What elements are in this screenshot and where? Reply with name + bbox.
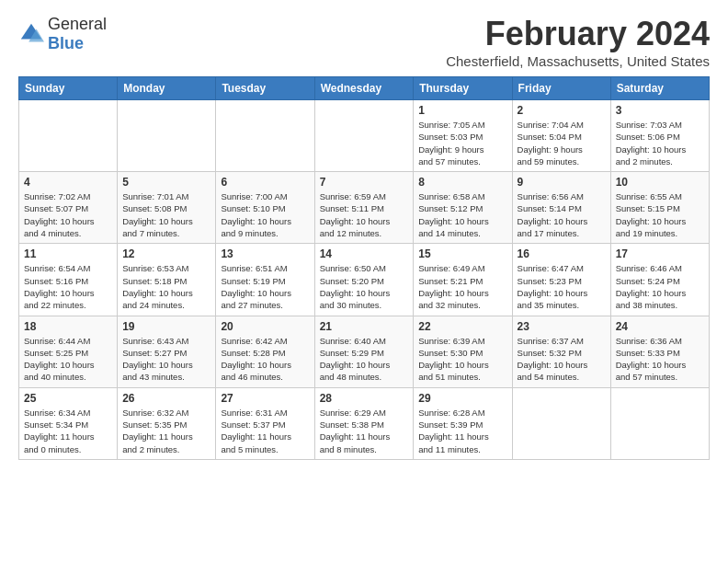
day-number: 7 [320,176,409,189]
calendar-cell: 3Sunrise: 7:03 AM Sunset: 5:06 PM Daylig… [610,100,709,172]
calendar-cell: 4Sunrise: 7:02 AM Sunset: 5:07 PM Daylig… [19,172,118,244]
calendar-cell: 25Sunrise: 6:34 AM Sunset: 5:34 PM Dayli… [19,387,118,459]
weekday-header-thursday: Thursday [414,77,512,100]
calendar-cell: 20Sunrise: 6:42 AM Sunset: 5:28 PM Dayli… [216,316,314,387]
calendar-table: SundayMondayTuesdayWednesdayThursdayFrid… [18,76,710,460]
day-number: 13 [221,247,309,260]
weekday-header-tuesday: Tuesday [216,77,314,100]
day-info: Sunrise: 6:29 AM Sunset: 5:38 PM Dayligh… [320,407,409,455]
day-info: Sunrise: 6:43 AM Sunset: 5:27 PM Dayligh… [122,335,210,384]
day-info: Sunrise: 6:51 AM Sunset: 5:19 PM Dayligh… [221,262,309,311]
day-info: Sunrise: 6:58 AM Sunset: 5:12 PM Dayligh… [418,190,506,239]
calendar-cell [216,100,314,172]
calendar-cell: 15Sunrise: 6:49 AM Sunset: 5:21 PM Dayli… [414,244,512,316]
day-number: 9 [518,176,606,189]
day-info: Sunrise: 7:02 AM Sunset: 5:07 PM Dayligh… [24,190,112,239]
day-info: Sunrise: 6:44 AM Sunset: 5:25 PM Dayligh… [24,335,112,384]
day-info: Sunrise: 6:32 AM Sunset: 5:35 PM Dayligh… [122,407,210,455]
day-info: Sunrise: 6:54 AM Sunset: 5:16 PM Dayligh… [24,262,112,311]
day-number: 20 [221,320,309,333]
calendar-cell: 6Sunrise: 7:00 AM Sunset: 5:10 PM Daylig… [216,172,314,244]
calendar-cell [314,100,414,172]
weekday-header-wednesday: Wednesday [314,77,414,100]
calendar-cell: 7Sunrise: 6:59 AM Sunset: 5:11 PM Daylig… [314,172,414,244]
calendar-cell: 14Sunrise: 6:50 AM Sunset: 5:20 PM Dayli… [314,244,414,316]
calendar-row-1: 1Sunrise: 7:05 AM Sunset: 5:03 PM Daylig… [19,100,710,172]
calendar-cell: 17Sunrise: 6:46 AM Sunset: 5:24 PM Dayli… [610,244,709,316]
calendar-cell: 26Sunrise: 6:32 AM Sunset: 5:35 PM Dayli… [118,387,216,459]
calendar-cell: 5Sunrise: 7:01 AM Sunset: 5:08 PM Daylig… [118,172,216,244]
weekday-header-saturday: Saturday [610,77,709,100]
day-info: Sunrise: 6:59 AM Sunset: 5:11 PM Dayligh… [320,190,409,239]
calendar-cell: 24Sunrise: 6:36 AM Sunset: 5:33 PM Dayli… [610,316,709,387]
weekday-header-row: SundayMondayTuesdayWednesdayThursdayFrid… [19,77,710,100]
day-info: Sunrise: 6:34 AM Sunset: 5:34 PM Dayligh… [24,407,112,455]
calendar-row-4: 18Sunrise: 6:44 AM Sunset: 5:25 PM Dayli… [19,316,710,387]
day-number: 17 [616,247,704,260]
day-number: 11 [24,247,112,260]
logo: General Blue [18,15,107,53]
calendar-cell: 27Sunrise: 6:31 AM Sunset: 5:37 PM Dayli… [216,387,314,459]
logo-general: General [48,15,107,33]
calendar-cell: 28Sunrise: 6:29 AM Sunset: 5:38 PM Dayli… [314,387,414,459]
day-info: Sunrise: 6:50 AM Sunset: 5:20 PM Dayligh… [320,262,409,311]
day-number: 27 [221,392,309,405]
day-info: Sunrise: 6:46 AM Sunset: 5:24 PM Dayligh… [616,262,704,311]
calendar-cell: 10Sunrise: 6:55 AM Sunset: 5:15 PM Dayli… [610,172,709,244]
calendar-row-2: 4Sunrise: 7:02 AM Sunset: 5:07 PM Daylig… [19,172,710,244]
day-number: 12 [122,247,210,260]
day-info: Sunrise: 6:49 AM Sunset: 5:21 PM Dayligh… [418,262,506,311]
weekday-header-friday: Friday [512,77,610,100]
calendar-cell: 22Sunrise: 6:39 AM Sunset: 5:30 PM Dayli… [414,316,512,387]
day-number: 29 [418,392,506,405]
weekday-header-sunday: Sunday [19,77,118,100]
day-info: Sunrise: 6:56 AM Sunset: 5:14 PM Dayligh… [518,190,606,239]
day-number: 26 [122,392,210,405]
day-number: 28 [320,392,409,405]
day-info: Sunrise: 7:05 AM Sunset: 5:03 PM Dayligh… [418,119,506,167]
calendar-cell: 9Sunrise: 6:56 AM Sunset: 5:14 PM Daylig… [512,172,610,244]
calendar-cell: 23Sunrise: 6:37 AM Sunset: 5:32 PM Dayli… [512,316,610,387]
logo-icon [18,21,44,47]
day-info: Sunrise: 7:04 AM Sunset: 5:04 PM Dayligh… [518,119,606,167]
calendar-row-5: 25Sunrise: 6:34 AM Sunset: 5:34 PM Dayli… [19,387,710,459]
day-info: Sunrise: 6:42 AM Sunset: 5:28 PM Dayligh… [221,335,309,384]
day-info: Sunrise: 6:40 AM Sunset: 5:29 PM Dayligh… [320,335,409,384]
month-year-title: February 2024 [446,15,710,53]
title-block: February 2024 Chesterfield, Massachusett… [446,15,710,69]
day-number: 5 [122,176,210,189]
calendar-cell [610,387,709,459]
day-number: 6 [221,176,309,189]
day-info: Sunrise: 6:47 AM Sunset: 5:23 PM Dayligh… [518,262,606,311]
calendar-cell [512,387,610,459]
weekday-header-monday: Monday [118,77,216,100]
logo-text: General Blue [48,15,107,53]
day-info: Sunrise: 7:03 AM Sunset: 5:06 PM Dayligh… [616,119,704,167]
day-info: Sunrise: 6:31 AM Sunset: 5:37 PM Dayligh… [221,407,309,455]
day-number: 14 [320,247,409,260]
calendar-cell: 11Sunrise: 6:54 AM Sunset: 5:16 PM Dayli… [19,244,118,316]
day-number: 2 [518,104,606,117]
day-info: Sunrise: 6:28 AM Sunset: 5:39 PM Dayligh… [418,407,506,455]
day-number: 23 [518,320,606,333]
calendar-cell [118,100,216,172]
calendar-cell: 8Sunrise: 6:58 AM Sunset: 5:12 PM Daylig… [414,172,512,244]
calendar-cell: 18Sunrise: 6:44 AM Sunset: 5:25 PM Dayli… [19,316,118,387]
calendar-cell: 16Sunrise: 6:47 AM Sunset: 5:23 PM Dayli… [512,244,610,316]
day-info: Sunrise: 6:53 AM Sunset: 5:18 PM Dayligh… [122,262,210,311]
calendar-cell: 19Sunrise: 6:43 AM Sunset: 5:27 PM Dayli… [118,316,216,387]
day-number: 4 [24,176,112,189]
day-number: 18 [24,320,112,333]
day-number: 24 [616,320,704,333]
day-number: 16 [518,247,606,260]
logo-blue: Blue [48,34,84,52]
calendar-cell: 13Sunrise: 6:51 AM Sunset: 5:19 PM Dayli… [216,244,314,316]
calendar-cell: 21Sunrise: 6:40 AM Sunset: 5:29 PM Dayli… [314,316,414,387]
calendar-cell: 29Sunrise: 6:28 AM Sunset: 5:39 PM Dayli… [414,387,512,459]
calendar-cell: 12Sunrise: 6:53 AM Sunset: 5:18 PM Dayli… [118,244,216,316]
day-number: 15 [418,247,506,260]
day-info: Sunrise: 6:36 AM Sunset: 5:33 PM Dayligh… [616,335,704,384]
calendar-cell: 2Sunrise: 7:04 AM Sunset: 5:04 PM Daylig… [512,100,610,172]
day-info: Sunrise: 6:55 AM Sunset: 5:15 PM Dayligh… [616,190,704,239]
day-number: 22 [418,320,506,333]
